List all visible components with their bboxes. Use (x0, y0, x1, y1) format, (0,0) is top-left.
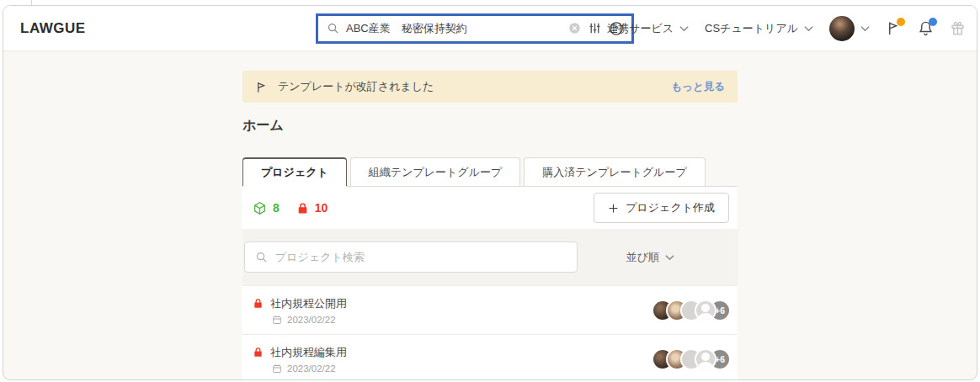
filter-sliders-icon[interactable] (588, 21, 602, 35)
create-project-button[interactable]: プロジェクト作成 (594, 193, 729, 223)
locked-projects-count: 10 (296, 201, 328, 215)
sort-order-label: 並び順 (626, 250, 659, 265)
project-date: 2023/02/22 (287, 363, 336, 374)
global-search-input[interactable] (346, 22, 562, 34)
calendar-icon (272, 363, 282, 374)
chevron-down-icon (860, 25, 870, 32)
flag-notification-dot (897, 18, 905, 26)
project-row-main: 社内規程公開用 2023/02/22 (253, 296, 347, 325)
project-title: 社内規程編集用 (270, 345, 347, 360)
user-avatar (829, 16, 855, 41)
tab-org-template-group[interactable]: 組織テンプレートグループ (350, 157, 520, 186)
tab-bar: プロジェクト 組織テンプレートグループ 購入済テンプレートグループ (242, 157, 738, 186)
project-search-field[interactable] (244, 241, 578, 273)
project-search-input[interactable] (275, 251, 567, 263)
nav-services-menu[interactable]: 連携サービス (607, 21, 689, 36)
project-title-line: 社内規程公開用 (253, 296, 347, 311)
user-menu[interactable] (829, 16, 870, 41)
lawgue-logo: LAWGUE (20, 20, 86, 37)
page-title: ホーム (242, 117, 738, 135)
notifications-bell-button[interactable] (918, 20, 934, 36)
search-icon (255, 251, 268, 263)
main-content: テンプレートが改訂されました もっと見る ホーム プロジェクト 組織テンプレート… (3, 71, 738, 380)
member-avatar-stack: +6 (652, 348, 731, 370)
project-title: 社内規程公開用 (270, 296, 347, 311)
project-date-line: 2023/02/22 (272, 315, 347, 325)
project-date-line: 2023/02/22 (272, 363, 347, 374)
chevron-down-icon (665, 254, 674, 261)
chevron-down-icon (679, 25, 689, 32)
lock-icon (296, 202, 309, 215)
bell-notification-dot (929, 18, 937, 26)
calendar-icon (272, 315, 282, 325)
chevron-down-icon (804, 25, 813, 32)
member-avatar (695, 300, 716, 321)
project-row-main: 社内規程編集用 2023/02/22 (253, 345, 347, 374)
sort-order-dropdown[interactable]: 並び順 (626, 250, 674, 265)
project-row[interactable]: 社内規程編集用 2023/02/22 +6 (242, 334, 738, 380)
project-search-row: 並び順 (242, 229, 738, 285)
whats-new-flag-button[interactable] (886, 20, 902, 36)
member-avatar (695, 348, 716, 370)
tab-purchased-template-group[interactable]: 購入済テンプレートグループ (524, 157, 705, 186)
tab-projects[interactable]: プロジェクト (242, 157, 347, 186)
project-row[interactable]: 社内規程公開用 2023/02/22 +6 (242, 285, 738, 334)
search-icon (327, 22, 339, 34)
topbar: LAWGUE (3, 6, 977, 51)
panel-header: 8 10 プロジェクト作成 (242, 187, 738, 229)
project-title-line: 社内規程編集用 (253, 345, 347, 360)
project-counts: 8 10 (253, 201, 328, 215)
topnav: 連携サービス CSチュートリアル (607, 6, 966, 50)
open-projects-count: 8 (253, 201, 280, 215)
global-search-bar[interactable]: ? (316, 13, 634, 44)
nav-cs-tutorial-label: CSチュートリアル (705, 21, 798, 36)
plus-icon (608, 203, 619, 214)
project-date: 2023/02/22 (287, 315, 336, 325)
cube-icon (253, 201, 267, 215)
projects-panel: 8 10 プロジェクト作成 (242, 186, 738, 380)
flag-icon (255, 80, 268, 94)
see-more-link[interactable]: もっと見る (671, 80, 725, 94)
nav-cs-tutorial-menu[interactable]: CSチュートリアル (705, 21, 813, 36)
clear-search-icon[interactable] (568, 22, 581, 34)
banner-message: テンプレートが改訂されました (278, 79, 434, 94)
lock-icon (253, 298, 264, 309)
member-avatar-stack: +6 (652, 300, 731, 321)
lock-icon (253, 347, 264, 358)
revision-banner: テンプレートが改訂されました もっと見る (242, 71, 738, 103)
app-window: LAWGUE (3, 5, 977, 380)
gift-button[interactable] (950, 20, 966, 36)
nav-services-label: 連携サービス (607, 21, 674, 36)
